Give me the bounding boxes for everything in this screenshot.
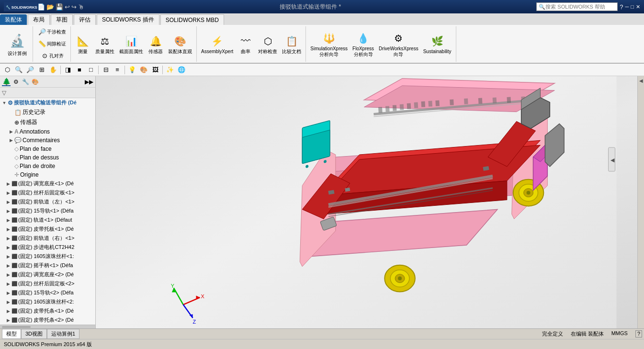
maximize-btn[interactable]: □	[631, 4, 634, 10]
shaded-btn[interactable]: ■	[74, 65, 85, 75]
tree-comp3[interactable]: ⬛ (固定) 前轨道（左）<1>	[0, 197, 95, 206]
comp8-expand	[5, 245, 11, 250]
comp15-expand	[5, 309, 11, 314]
hide-lines-btn[interactable]: ≡	[112, 65, 123, 75]
search-input[interactable]	[545, 4, 608, 10]
ribbon-btn-design-study[interactable]: 🔬 设计算例	[5, 30, 30, 58]
ribbon-btn-assembly-xpert[interactable]: ⚡ AssemblyXpert	[200, 33, 235, 56]
comp14-label: (固定) 1605滚珠丝杆<2:	[18, 298, 74, 305]
viewport[interactable]: Y X Z ◀	[96, 76, 637, 328]
tree-comp9[interactable]: ⬛ (固定) 1605滚珠丝杆<1:	[0, 252, 95, 261]
tree-comp13[interactable]: ⬛ (固定) 15导轨<2> (Défa	[0, 288, 95, 297]
right-panel-arrow[interactable]: ◀	[639, 78, 643, 83]
commentaires-expand	[8, 138, 14, 143]
origine-label: Origine	[20, 171, 39, 178]
ribbon-btn-sensor[interactable]: 🔔 传感器	[147, 33, 165, 56]
ribbon-btn-symmetry[interactable]: ⬡ 对称检查	[257, 33, 279, 56]
fit-view-btn[interactable]: ⊞	[36, 65, 47, 75]
tab-sketch[interactable]: 草图	[51, 14, 73, 25]
view-orientation-btn[interactable]: ⬡	[2, 65, 12, 75]
tree-comp11[interactable]: ⬛ (固定) 调宽底座<2> (Dé	[0, 270, 95, 279]
collapse-panel-btn[interactable]: ▶▶	[85, 78, 93, 86]
ribbon-btn-flow-xpress[interactable]: 💧 FloXpress分析向导	[351, 30, 375, 58]
ribbon-btn-driveworks[interactable]: ⚙ DriveWorksXpress向导	[377, 30, 420, 58]
tree-plan-face[interactable]: ◇ Plan de face	[0, 145, 95, 153]
section-view-btn[interactable]: ⊟	[101, 65, 111, 75]
help-icon[interactable]: ?	[620, 3, 623, 11]
tree-comp12[interactable]: ⬛ (固定) 丝杆后固定板<2>	[0, 279, 95, 288]
ribbon-btn-assembly-visual[interactable]: 🎨 装配体直观	[167, 33, 193, 56]
tree-root[interactable]: ⚙ 接驳轨道式输送带组件 (Dé	[0, 98, 95, 107]
zoom-in-btn[interactable]: 🔍	[13, 65, 24, 75]
tab-sw-plugins[interactable]: SOLIDWORKS 插件	[97, 14, 159, 25]
horizontal-scrollbar[interactable]	[0, 325, 95, 328]
new-btn[interactable]: 📄	[37, 3, 45, 11]
zoom-out-btn[interactable]: 🔎	[25, 65, 35, 75]
tree-history[interactable]: 📋 历史记录	[0, 107, 95, 117]
ambient-btn[interactable]: 🌐	[176, 65, 187, 75]
tab-sw-mbd[interactable]: SOLIDWORKS MBD	[160, 14, 224, 25]
simulation-xpress-icon: 🔱	[321, 31, 337, 46]
tree-plan-droite[interactable]: ◇ Plan de droite	[0, 162, 95, 170]
tree-comp6[interactable]: ⬛ (固定) 皮带托板<1> (Dé	[0, 225, 95, 234]
tab-evaluate[interactable]: 评估	[74, 14, 96, 25]
tree-sensor[interactable]: ⊕ 传感器	[0, 117, 95, 127]
bg-btn[interactable]: 🖼	[150, 65, 160, 75]
tree-commentaires[interactable]: 💬 Commentaires	[0, 136, 95, 145]
left-panel: 🌲 ⚙ 🔧 🎨 ▶▶ ▽ ⚙ 接驳轨道式输送带组件 (Dé 📋 历史记录	[0, 76, 96, 328]
tree-comp2[interactable]: ⬛ (固定) 丝杆后固定板<1>	[0, 188, 95, 197]
comp7-expand	[5, 236, 11, 241]
display-style-btn[interactable]: ◨	[63, 65, 73, 75]
feature-tree-tab[interactable]: 🌲	[2, 78, 11, 86]
ribbon-group-measure: 📐 测量 ⚖ 质量属性 📊 截面面属性 🔔 传感器 🎨 装配体直观	[71, 26, 197, 62]
tab-motion[interactable]: 运动算例1	[47, 329, 79, 339]
tab-assembly[interactable]: 装配体	[0, 14, 27, 25]
lighting-btn[interactable]: 💡	[127, 65, 137, 75]
minimize-btn[interactable]: ─	[625, 4, 629, 10]
tree-comp15[interactable]: ⬛ (固定) 皮带托条<1> (Dé	[0, 306, 95, 315]
redo-btn[interactable]: ↪	[71, 3, 77, 11]
search-box[interactable]: 🔍	[536, 2, 618, 11]
save-btn[interactable]: 💾	[56, 3, 63, 11]
tree-comp5[interactable]: ⬛ (固定) 轨道<1> (Défaut	[0, 215, 95, 225]
wireframe-btn[interactable]: □	[86, 65, 96, 75]
tree-comp1[interactable]: ⬛ (固定) 调宽底座<1> (Dé	[0, 179, 95, 188]
close-btn[interactable]: ✕	[636, 4, 640, 10]
help-btn[interactable]: ?	[635, 330, 642, 338]
tree-origine[interactable]: ✛ Origine	[0, 170, 95, 179]
comp2-expand	[5, 191, 11, 195]
tree-annotations[interactable]: A Annotations	[0, 127, 95, 136]
tree-comp4[interactable]: ⬛ (固定) 15导轨<1> (Défa	[0, 206, 95, 215]
clearance-icon: 📏	[37, 39, 47, 49]
tab-model[interactable]: 模型	[2, 329, 21, 339]
appearance-tab[interactable]: 🎨	[31, 78, 39, 86]
ribbon-btn-sustainability[interactable]: 🌿 Sustainability	[422, 33, 453, 56]
ribbon-btn-section[interactable]: 📊 截面面属性	[118, 33, 145, 56]
tab-3dview[interactable]: 3D视图	[21, 329, 47, 339]
tree-comp14[interactable]: ⬛ (固定) 1605滚珠丝杆<2:	[0, 297, 95, 306]
tree-comp8[interactable]: ⬛ (固定) 步进电机CT2H42	[0, 243, 95, 252]
tab-layout[interactable]: 布局	[28, 14, 50, 25]
ribbon-btn-interference[interactable]: 🔎 干涉检查	[36, 26, 68, 38]
select-btn[interactable]: 🖱	[78, 3, 84, 11]
open-btn[interactable]: 📂	[46, 3, 54, 11]
property-tab[interactable]: ⚙	[11, 78, 20, 86]
tree-comp10[interactable]: ⬛ (固定) 摇手柄<1> (Défa	[0, 261, 95, 270]
ribbon-group-design: 🔬 设计算例	[2, 26, 33, 62]
ribbon-btn-compare[interactable]: 📋 比较文档	[281, 33, 303, 56]
ribbon-btn-simulation-xpress[interactable]: 🔱 SimulationXpress分析向导	[309, 30, 349, 58]
ribbon-btn-hole-align[interactable]: ⊙ 孔对齐	[38, 50, 65, 62]
ribbon-btn-curve[interactable]: 〰 曲率	[237, 33, 255, 56]
ribbon-btn-measure[interactable]: 📐 测量	[74, 33, 92, 56]
tree-plan-dessus[interactable]: ◇ Plan de dessus	[0, 153, 95, 162]
config-tab[interactable]: 🔧	[21, 78, 30, 86]
ribbon-btn-mass[interactable]: ⚖ 质量属性	[94, 33, 116, 56]
materials-btn[interactable]: 🎨	[138, 65, 149, 75]
undo-btn[interactable]: ↩	[65, 3, 70, 11]
ribbon-btn-clearance[interactable]: 📏 间隙检证	[36, 38, 68, 50]
assembly-3d-view: Y X Z ◀	[96, 76, 637, 328]
realview-btn[interactable]: ✨	[165, 65, 175, 75]
tree-comp16[interactable]: ⬛ (固定) 皮带托条<2> (Dé	[0, 315, 95, 325]
tree-comp7[interactable]: ⬛ (固定) 前轨道（右）<1>	[0, 234, 95, 243]
pan-btn[interactable]: ✋	[48, 65, 58, 75]
